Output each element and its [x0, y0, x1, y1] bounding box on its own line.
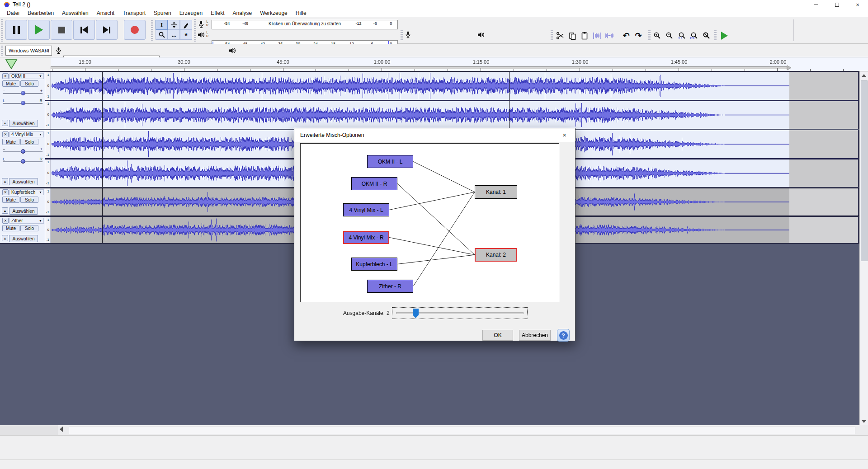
- scroll-up-button[interactable]: [860, 71, 868, 79]
- gain-thumb[interactable]: [21, 91, 25, 95]
- dialog-close-button[interactable]: ×: [554, 129, 575, 141]
- zoom-grip[interactable]: [648, 30, 651, 41]
- source-node-okm-r[interactable]: OKM II - R: [351, 177, 397, 190]
- zoom-tool-button[interactable]: [156, 30, 168, 40]
- copy-button[interactable]: [566, 30, 578, 42]
- mute-button[interactable]: Mute: [2, 197, 19, 203]
- redo-button[interactable]: ↷: [632, 30, 644, 42]
- menu-bearbeiten[interactable]: Bearbeiten: [24, 9, 58, 17]
- vertical-scrollbar[interactable]: [859, 71, 868, 425]
- play-at-speed-button[interactable]: [718, 29, 731, 42]
- timeline-ruler[interactable]: 15:00 30:00 45:00 1:00:00 1:15:00 1:30:0…: [51, 57, 868, 71]
- gain-slider[interactable]: − +: [3, 148, 42, 155]
- help-button[interactable]: ?: [557, 329, 570, 342]
- track-close-button[interactable]: ×: [2, 73, 9, 79]
- channel-node-2[interactable]: Kanal: 2: [475, 248, 517, 262]
- source-node-okm-l[interactable]: OKM II - L: [367, 155, 413, 168]
- menu-datei[interactable]: Datei: [3, 9, 24, 17]
- track-close-button[interactable]: ×: [2, 218, 9, 224]
- scroll-down-button[interactable]: [860, 417, 868, 425]
- track-name-menu[interactable]: 4 Vinyl Mix▼: [9, 131, 44, 137]
- menu-effekt[interactable]: Effekt: [207, 9, 228, 17]
- trim-audio-button[interactable]: [591, 30, 603, 42]
- solo-button[interactable]: Solo: [20, 197, 38, 203]
- collapse-button[interactable]: ▲: [2, 207, 8, 214]
- zoom-selection-button[interactable]: [676, 30, 688, 42]
- mute-button[interactable]: Mute: [2, 139, 19, 145]
- pan-thumb[interactable]: [21, 159, 25, 164]
- transport-grip[interactable]: [1, 19, 3, 42]
- gain-slider[interactable]: − +: [3, 90, 42, 96]
- record-button[interactable]: [124, 20, 146, 40]
- output-slider-thumb[interactable]: [413, 309, 419, 318]
- select-button[interactable]: Auswählen: [9, 178, 38, 185]
- track-name-menu[interactable]: Zither▼: [9, 218, 44, 224]
- ok-button[interactable]: OK: [482, 330, 513, 341]
- zoom-fit-button[interactable]: [688, 30, 700, 42]
- cancel-button[interactable]: Abbrechen: [519, 330, 551, 341]
- select-button[interactable]: Auswählen: [9, 235, 38, 242]
- gain-thumb[interactable]: [21, 149, 25, 154]
- vertical-scale[interactable]: 1 0 -1: [45, 188, 51, 216]
- solo-button[interactable]: Solo: [20, 80, 38, 87]
- select-button[interactable]: Auswählen: [9, 207, 38, 215]
- collapse-button[interactable]: ▲: [2, 120, 8, 126]
- skip-end-button[interactable]: [96, 20, 118, 40]
- record-meter[interactable]: -54 -48 Klicken um Überwachung zu starte…: [212, 20, 398, 29]
- track-close-button[interactable]: ×: [2, 131, 9, 137]
- menu-werkzeuge[interactable]: Werkzeuge: [256, 9, 291, 17]
- monitor-hint[interactable]: Klicken um Überwachung zu starten: [267, 21, 342, 26]
- audio-host-select[interactable]: Windows WASAPI: [5, 46, 52, 56]
- silence-audio-button[interactable]: [604, 30, 615, 42]
- channel-node-1[interactable]: Kanal: 1: [475, 185, 517, 199]
- mute-button[interactable]: Mute: [2, 80, 19, 87]
- output-channels-slider[interactable]: [392, 307, 528, 319]
- timeline-pin-icon[interactable]: [5, 59, 18, 70]
- pause-button[interactable]: [5, 20, 27, 40]
- menu-ansicht[interactable]: Ansicht: [93, 9, 118, 17]
- solo-button[interactable]: Solo: [20, 139, 38, 145]
- waveform-okm-left[interactable]: [51, 72, 858, 100]
- track-name-menu[interactable]: Kupferblech▼: [9, 189, 44, 195]
- maximize-button[interactable]: [826, 0, 847, 9]
- draw-tool-button[interactable]: [180, 20, 192, 30]
- speed-grip[interactable]: [714, 30, 717, 41]
- selection-tool-button[interactable]: I: [156, 20, 168, 30]
- edit-grip[interactable]: [551, 30, 553, 41]
- paste-button[interactable]: [579, 30, 590, 42]
- zoom-out-button[interactable]: [664, 30, 675, 42]
- mute-button[interactable]: Mute: [2, 225, 19, 231]
- waveform-okm-right[interactable]: [51, 101, 858, 129]
- menu-hilfe[interactable]: Hilfe: [292, 9, 311, 17]
- select-button[interactable]: Auswählen: [9, 120, 38, 127]
- track-name-menu[interactable]: OKM II▼: [9, 73, 44, 79]
- source-node-kupferblech-l[interactable]: Kupferblech - L: [351, 258, 397, 271]
- skip-start-button[interactable]: [73, 20, 95, 40]
- menu-erzeugen[interactable]: Erzeugen: [175, 9, 207, 17]
- minimize-button[interactable]: [806, 0, 826, 9]
- pan-slider[interactable]: L R: [3, 100, 42, 106]
- solo-button[interactable]: Solo: [20, 225, 38, 231]
- device-grip[interactable]: [1, 46, 3, 56]
- vertical-scale[interactable]: 1 0 -1: [45, 217, 51, 243]
- multi-tool-button[interactable]: *: [180, 30, 192, 40]
- stop-button[interactable]: [51, 20, 72, 40]
- pan-slider[interactable]: L R: [3, 158, 42, 164]
- source-node-vinyl-r[interactable]: 4 Vinyl Mix - R: [343, 231, 389, 244]
- vertical-scroll-thumb[interactable]: [861, 80, 868, 261]
- meter-grip[interactable]: [194, 19, 196, 42]
- mixer-grip[interactable]: [401, 30, 403, 41]
- menu-transport[interactable]: Transport: [118, 9, 150, 17]
- collapse-button[interactable]: ▲: [2, 178, 8, 184]
- pan-thumb[interactable]: [21, 101, 25, 105]
- horizontal-scrollbar[interactable]: [0, 425, 868, 435]
- close-button[interactable]: ×: [847, 0, 868, 9]
- cut-button[interactable]: [554, 30, 566, 42]
- source-node-vinyl-l[interactable]: 4 Vinyl Mix - L: [343, 203, 389, 216]
- menu-auswaehlen[interactable]: Auswählen: [58, 9, 93, 17]
- menu-analyse[interactable]: Analyse: [229, 9, 256, 17]
- zoom-in-button[interactable]: [651, 30, 663, 42]
- envelope-tool-button[interactable]: [168, 20, 180, 30]
- horizontal-scroll-thumb[interactable]: [69, 426, 855, 434]
- play-button[interactable]: [28, 20, 50, 40]
